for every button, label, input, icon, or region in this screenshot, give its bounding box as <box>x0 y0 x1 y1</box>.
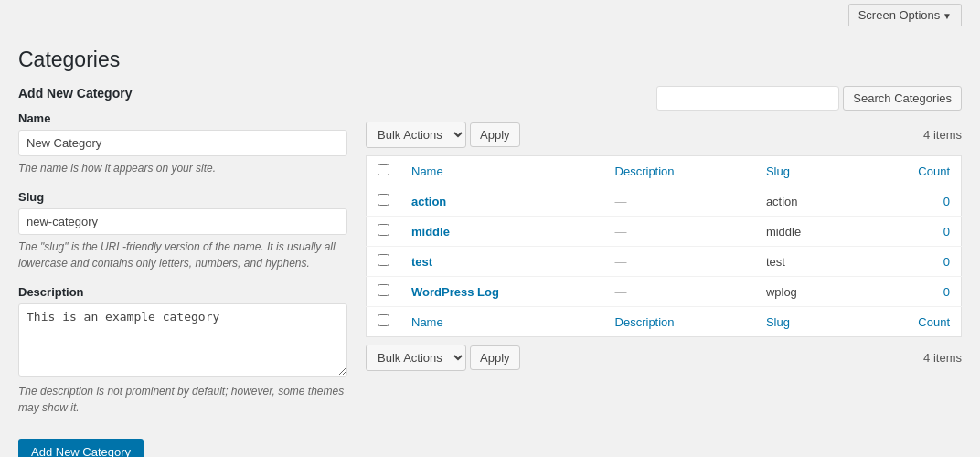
category-description: — <box>604 247 755 277</box>
bulk-actions-select-top[interactable]: Bulk Actions <box>366 122 466 148</box>
category-slug: wplog <box>755 277 861 307</box>
apply-button-bottom[interactable]: Apply <box>470 345 520 370</box>
description-label: Description <box>18 285 347 299</box>
col-header-description: Description <box>604 156 755 186</box>
search-bar: Search Categories <box>366 86 962 111</box>
category-name-link[interactable]: action <box>411 195 446 208</box>
top-toolbar: Bulk Actions Apply 4 items <box>366 122 962 148</box>
category-slug: test <box>755 247 861 277</box>
description-hint: The description is not prominent by defa… <box>18 383 347 416</box>
col-header-name[interactable]: Name <box>400 156 604 186</box>
categories-table: Name Description Slug Count action — act… <box>366 155 962 337</box>
row-checkbox[interactable] <box>378 224 389 236</box>
categories-list-panel: Search Categories Bulk Actions Apply 4 i… <box>366 86 962 378</box>
category-count-link[interactable]: 0 <box>943 285 950 299</box>
col-header-slug[interactable]: Slug <box>755 156 861 186</box>
name-field: Name The name is how it appears on your … <box>18 112 347 176</box>
items-count-bottom: 4 items <box>923 351 962 365</box>
items-count-top: 4 items <box>923 128 962 142</box>
table-row: test — test 0 <box>367 247 962 277</box>
name-label: Name <box>18 112 347 125</box>
description-field: Description This is an example category … <box>18 285 347 416</box>
category-count-link[interactable]: 0 <box>943 225 950 239</box>
select-all-checkbox-bottom[interactable] <box>378 314 389 326</box>
apply-button-top[interactable]: Apply <box>470 122 520 147</box>
slug-field: Slug The "slug" is the URL-friendly vers… <box>18 190 347 271</box>
col-footer-count[interactable]: Count <box>861 307 962 337</box>
category-description: — <box>604 277 755 307</box>
table-row: action — action 0 <box>367 186 962 217</box>
bulk-actions-select-bottom[interactable]: Bulk Actions <box>366 345 466 371</box>
screen-options-button[interactable]: Screen Options <box>848 4 962 26</box>
bottom-toolbar: Bulk Actions Apply 4 items <box>366 345 962 371</box>
add-new-category-button[interactable]: Add New Category <box>18 439 144 457</box>
category-slug: action <box>755 186 861 217</box>
row-checkbox[interactable] <box>378 194 389 206</box>
table-row: middle — middle 0 <box>367 217 962 247</box>
category-name-link[interactable]: WordPress Log <box>411 285 499 299</box>
add-new-category-panel: Add New Category Name The name is how it… <box>18 86 347 457</box>
page-title: Categories <box>18 38 962 86</box>
col-header-count[interactable]: Count <box>861 156 962 186</box>
category-name-link[interactable]: middle <box>411 225 450 239</box>
col-footer-description: Description <box>604 307 755 337</box>
row-checkbox[interactable] <box>378 254 389 266</box>
select-all-checkbox-top[interactable] <box>378 164 389 175</box>
slug-hint: The "slug" is the URL-friendly version o… <box>18 239 347 271</box>
category-description: — <box>604 217 755 247</box>
category-description: — <box>604 186 755 217</box>
category-slug: middle <box>755 217 861 247</box>
slug-label: Slug <box>18 190 347 204</box>
search-categories-button[interactable]: Search Categories <box>843 86 962 111</box>
table-row: WordPress Log — wplog 0 <box>367 277 962 307</box>
col-footer-name[interactable]: Name <box>400 307 604 337</box>
name-hint: The name is how it appears on your site. <box>18 160 347 176</box>
category-name-link[interactable]: test <box>411 255 432 269</box>
category-count-link[interactable]: 0 <box>943 255 950 269</box>
search-input[interactable] <box>656 86 839 111</box>
description-textarea[interactable]: This is an example category <box>18 303 347 377</box>
add-new-category-heading: Add New Category <box>18 86 347 101</box>
category-count-link[interactable]: 0 <box>943 195 950 208</box>
name-input[interactable] <box>18 130 347 156</box>
row-checkbox[interactable] <box>378 284 389 296</box>
col-footer-slug[interactable]: Slug <box>755 307 861 337</box>
slug-input[interactable] <box>18 208 347 235</box>
